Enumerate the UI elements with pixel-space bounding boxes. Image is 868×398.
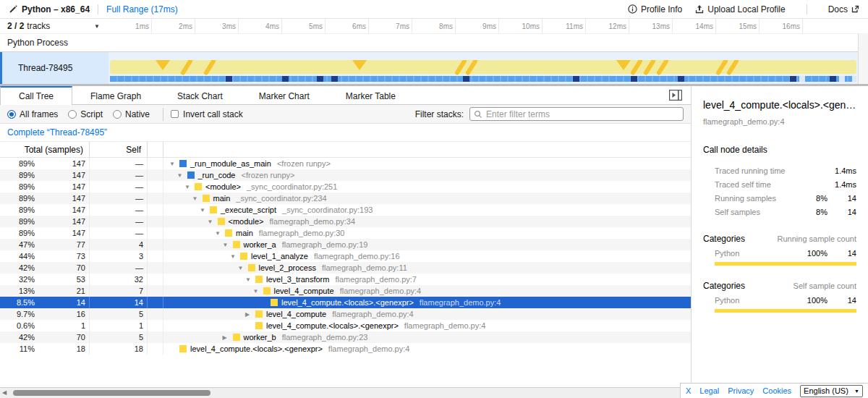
call-tree-row[interactable]: 44%733▼level_1_analyzeflamegraph_demo.py…	[0, 250, 691, 262]
call-tree-row[interactable]: 8.5%1414level_4_compute.<locals>.<genexp…	[0, 297, 691, 308]
cell-spacer	[148, 192, 163, 204]
tab-call-tree[interactable]: Call Tree	[0, 86, 72, 105]
function-file: flamegraph_demo.py:30	[259, 229, 345, 237]
detail-label: Running samples	[703, 194, 797, 203]
total-count: 16	[35, 310, 89, 318]
function-name: <module>	[229, 217, 264, 226]
call-tree-row[interactable]: 42%705▶worker_bflamegraph_demo.py:23	[0, 331, 691, 343]
collapse-arrow-icon[interactable]: ▼	[208, 219, 218, 225]
total-percent: 89%	[0, 206, 35, 214]
function-file: flamegraph_demo.py:4	[340, 287, 422, 295]
call-tree-row[interactable]: 89%147—▼_run_module_as_main<frozen runpy…	[0, 158, 691, 169]
thread-track-row: Thread-78495	[0, 52, 868, 84]
collapse-arrow-icon[interactable]: ▼	[215, 230, 225, 237]
collapse-arrow-icon[interactable]: ▼	[184, 184, 195, 190]
health-row: Complete “Thread-78495”	[0, 124, 691, 142]
category-square-yellow	[225, 229, 232, 237]
full-range-link[interactable]: Full Range (17ms)	[106, 4, 178, 14]
category-name: Python	[703, 296, 797, 305]
expand-arrow-icon[interactable]: ▶	[223, 334, 233, 341]
cell-spacer	[148, 216, 163, 227]
ruler-tick: 9ms	[456, 19, 499, 33]
detail-label: Traced running time	[703, 166, 797, 175]
tracks-dropdown[interactable]: 2 / 2 tracks ▼	[0, 19, 109, 33]
column-header-self[interactable]: Self	[90, 142, 148, 157]
call-tree-row[interactable]: 47%774▼worker_aflamegraph_demo.py:19	[0, 239, 691, 250]
collapse-arrow-icon[interactable]: ▼	[253, 288, 263, 295]
call-tree-row[interactable]: 32%5332▼level_3_transformflamegraph_demo…	[0, 274, 691, 285]
collapse-arrow-icon[interactable]: ▼	[200, 207, 210, 213]
scroll-left-arrow-icon[interactable]: ◀	[2, 389, 7, 396]
call-tree-row[interactable]: 13%217▼level_4_computeflamegraph_demo.py…	[0, 285, 691, 297]
thread-track-label[interactable]: Thread-78495	[0, 52, 109, 84]
call-tree-row[interactable]: 89%147—▼mainflamegraph_demo.py:30	[0, 227, 691, 239]
invert-call-stack-checkbox[interactable]: Invert call stack	[171, 109, 243, 119]
collapse-arrow-icon[interactable]: ▼	[238, 265, 248, 271]
call-tree-row[interactable]: 89%147—▼main_sync_coordinator.py:234	[0, 192, 691, 204]
category-bar	[715, 262, 856, 266]
ruler-ticks: 1ms2ms3ms4ms5ms6ms7ms8ms9ms10ms11ms12ms1…	[109, 19, 868, 33]
tab-marker-chart[interactable]: Marker Chart	[241, 86, 328, 104]
total-percent: 47%	[0, 240, 35, 249]
call-tree-row[interactable]: 42%70—▼level_2_processflamegraph_demo.py…	[0, 262, 691, 274]
upload-profile-button[interactable]: Upload Local Profile	[695, 4, 785, 14]
collapse-arrow-icon[interactable]: ▼	[169, 161, 179, 167]
call-tree-row[interactable]: 89%147—▼_run_code<frozen runpy>	[0, 169, 691, 181]
column-header-total[interactable]: Total (samples)	[0, 142, 90, 157]
cell-spacer	[148, 227, 163, 239]
footer-link-x[interactable]: X	[686, 386, 691, 395]
complete-thread-link[interactable]: Complete “Thread-78495”	[7, 127, 107, 137]
footer-link-cookies[interactable]: Cookies	[762, 386, 791, 395]
call-tree-row[interactable]: 89%147—▼<module>_sync_coordinator.py:251	[0, 181, 691, 192]
profile-name-button[interactable]: Python – x86_64	[9, 4, 90, 14]
category-square-yellow	[271, 299, 278, 306]
footer-link-legal[interactable]: Legal	[699, 386, 719, 395]
function-name: _run_code	[198, 171, 236, 179]
profile-info-button[interactable]: Profile Info	[628, 4, 682, 14]
call-tree-row[interactable]: 0.6%11level_4_compute.<locals>.<genexpr>…	[0, 320, 691, 331]
collapse-arrow-icon[interactable]: ▼	[223, 242, 233, 248]
radio-all-frames[interactable]: All frames	[7, 109, 58, 119]
function-name: <module>	[205, 182, 241, 191]
tab-stack-chart[interactable]: Stack Chart	[159, 86, 241, 104]
radio-label-all-frames: All frames	[20, 109, 58, 119]
call-tree-row[interactable]: 11%1818level_4_compute.<locals>.<genexpr…	[0, 343, 691, 355]
sidebar-detail-row: Self samples8%14	[703, 205, 856, 219]
ruler-tick: 15ms	[716, 19, 760, 33]
total-count: 53	[35, 275, 89, 284]
expand-arrow-icon[interactable]: ▶	[245, 311, 255, 318]
total-percent: 11%	[0, 344, 35, 353]
call-tree-row[interactable]: 9.7%165▶level_4_computeflamegraph_demo.p…	[0, 308, 691, 320]
cell-self: —	[90, 192, 148, 204]
collapse-arrow-icon[interactable]: ▼	[192, 195, 203, 202]
tab-flame-graph[interactable]: Flame Graph	[72, 86, 159, 104]
category-square-yellow	[255, 322, 263, 329]
footer-link-privacy[interactable]: Privacy	[728, 386, 754, 395]
tracks-count: 2 / 2	[7, 21, 24, 31]
docs-label: Docs	[828, 4, 848, 14]
filter-input[interactable]	[486, 109, 679, 119]
radio-native[interactable]: Native	[113, 109, 150, 119]
total-count: 147	[35, 182, 89, 191]
cell-total-samples: 13%21	[0, 285, 90, 297]
docs-button[interactable]: Docs	[828, 4, 859, 14]
total-percent: 89%	[0, 159, 35, 168]
total-percent: 8.5%	[0, 298, 35, 307]
scrollbar-thumb[interactable]	[13, 390, 210, 396]
collapse-arrow-icon[interactable]: ▼	[230, 253, 240, 260]
tab-marker-table[interactable]: Marker Table	[328, 86, 414, 104]
cell-function: level_4_compute.<locals>.<genexpr>flameg…	[163, 320, 691, 331]
sidebar: level_4_compute.<locals>.<genexpr> flame…	[691, 86, 868, 398]
collapse-arrow-icon[interactable]: ▼	[177, 172, 187, 179]
radio-script[interactable]: Script	[68, 109, 103, 119]
process-track-row[interactable]: Python Process	[0, 33, 868, 52]
category-header: CategoriesSelf sample count	[703, 281, 856, 291]
call-tree-row[interactable]: 89%147—▼<module>flamegraph_demo.py:34	[0, 216, 691, 227]
cell-spacer	[148, 204, 163, 216]
language-select[interactable]: English (US) ▼	[800, 385, 863, 397]
thread-track-graph[interactable]	[109, 52, 858, 84]
call-tree-row[interactable]: 89%147—▼_execute_script_sync_coordinator…	[0, 204, 691, 216]
cell-total-samples: 9.7%16	[0, 308, 90, 320]
collapse-arrow-icon[interactable]: ▼	[245, 276, 255, 283]
sidebar-toggle-icon[interactable]	[669, 90, 682, 101]
